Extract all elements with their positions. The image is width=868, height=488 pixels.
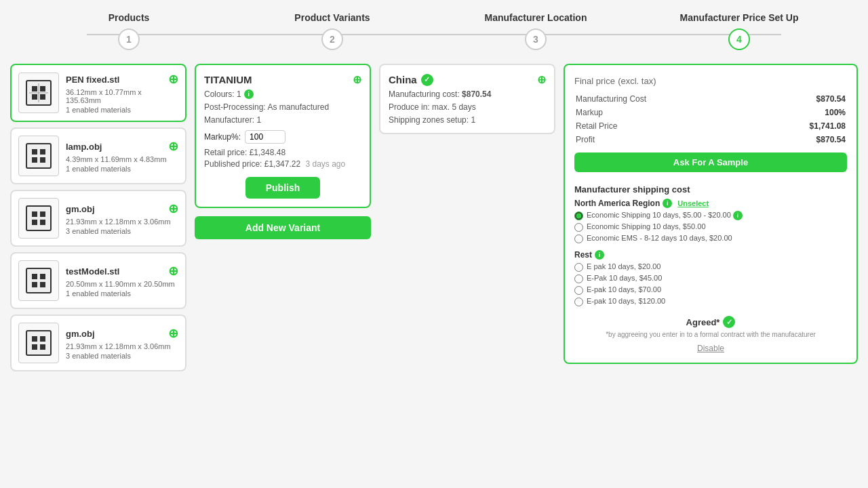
rest-radio-3[interactable]	[574, 298, 583, 306]
price-row-profit: Profit $870.54	[576, 134, 846, 146]
rest-region-title: Rest i	[574, 250, 847, 260]
ask-sample-button[interactable]: Ask For A Sample	[574, 152, 847, 172]
svg-rect-12	[26, 206, 51, 230]
product-materials-1: 1 enabled materials	[66, 165, 178, 173]
product-materials-4: 3 enabled materials	[66, 352, 178, 360]
add-variant-button[interactable]: Add New Variant	[195, 216, 371, 239]
manufacturer-column: China ✓ ⊕ Manufacturing cost: $870.54 Pr…	[379, 64, 555, 134]
rest-info-icon[interactable]: i	[595, 250, 604, 260]
colours-info-icon[interactable]: i	[244, 89, 254, 99]
svg-rect-18	[32, 274, 37, 279]
svg-rect-11	[40, 157, 45, 163]
step-3-label: Manufacturer Location	[485, 12, 587, 23]
product-nav-arrow-1[interactable]: ⊕	[168, 139, 178, 154]
manufacturer-card: China ✓ ⊕ Manufacturing cost: $870.54 Pr…	[379, 64, 555, 134]
na-shipping-2[interactable]: Economic EMS - 8-12 days 10 days, $20.00	[574, 234, 847, 243]
markup-row: Markup%:	[204, 130, 361, 144]
rest-radio-0[interactable]	[574, 263, 583, 272]
agreed-row: Agreed* ✓	[574, 316, 847, 328]
variant-colours-row: Colours: 1 i	[204, 89, 361, 99]
product-info-1: lamp.obj ⊕ 4.39mm x 11.69mm x 4.83mm 1 e…	[66, 139, 178, 173]
price-setup-card: Final price (excl. tax) Manufacturing Co…	[564, 64, 858, 364]
product-card-1[interactable]: lamp.obj ⊕ 4.39mm x 11.69mm x 4.83mm 1 e…	[10, 127, 186, 184]
product-info-0: PEN fixed.stl ⊕ 36.12mm x 10.77mm x 135.…	[66, 72, 178, 114]
rest-shipping-0[interactable]: E pak 10 days, $20.00	[574, 262, 847, 272]
svg-rect-1	[32, 86, 37, 92]
product-dims-0: 36.12mm x 10.77mm x 135.63mm	[66, 88, 178, 104]
product-nav-arrow-3[interactable]: ⊕	[168, 264, 178, 279]
product-materials-0: 1 enabled materials	[66, 106, 178, 114]
variant-card: TITANIUM ⊕ Colours: 1 i Post-Processing:…	[195, 64, 371, 208]
disable-link[interactable]: Disable	[574, 344, 847, 353]
step-2[interactable]: Product Variants 2	[231, 12, 434, 50]
price-setup-column: Final price (excl. tax) Manufacturing Co…	[564, 64, 858, 364]
svg-rect-26	[40, 344, 45, 350]
product-info-3: testModel.stl ⊕ 20.50mm x 11.90mm x 20.5…	[66, 264, 178, 298]
product-dims-2: 21.93mm x 12.18mm x 3.06mm	[66, 218, 178, 226]
svg-rect-14	[40, 211, 45, 217]
rest-shipping-2[interactable]: E-pak 10 days, $70.00	[574, 285, 847, 295]
product-info-4: gm.obj ⊕ 21.93mm x 12.18mm x 3.06mm 3 en…	[66, 326, 178, 360]
product-name-0: PEN fixed.stl ⊕	[66, 72, 178, 87]
manufacturer-nav-arrow[interactable]: ⊕	[537, 73, 546, 86]
variant-postprocessing-row: Post-Processing: As manufactured	[204, 102, 361, 112]
product-dims-1: 4.39mm x 11.69mm x 4.83mm	[66, 155, 178, 163]
na-shipping-1[interactable]: Economic Shipping 10 days, $50.00	[574, 222, 847, 232]
product-name-2: gm.obj ⊕	[66, 201, 178, 216]
step-1[interactable]: Products 1	[27, 12, 231, 50]
svg-rect-24	[40, 336, 45, 342]
product-card-0[interactable]: PEN fixed.stl ⊕ 36.12mm x 10.77mm x 135.…	[10, 64, 186, 122]
step-2-circle: 2	[321, 28, 343, 50]
agreed-check-icon: ✓	[723, 316, 735, 328]
na-radio-2[interactable]	[574, 235, 583, 243]
product-nav-arrow-4[interactable]: ⊕	[168, 326, 178, 341]
na-ship-0-info[interactable]: i	[733, 211, 743, 220]
rest-shipping-3[interactable]: E-pak 10 days, $120.00	[574, 297, 847, 306]
publish-button[interactable]: Publish	[245, 177, 321, 199]
product-icon-1	[18, 136, 59, 176]
svg-rect-9	[40, 149, 45, 155]
rest-shipping-1[interactable]: E-Pak 10 days, $45.00	[574, 274, 847, 283]
na-radio-1[interactable]	[574, 223, 583, 232]
svg-rect-19	[40, 274, 45, 279]
rest-radio-1[interactable]	[574, 274, 583, 283]
manufacturer-produce-row: Produce in: max. 5 days	[389, 102, 546, 112]
price-row-retail: Retail Price $1,741.08	[576, 120, 846, 132]
svg-rect-3	[32, 94, 37, 100]
manufacturer-check-icon: ✓	[421, 74, 433, 86]
markup-input[interactable]	[245, 130, 285, 144]
svg-rect-22	[26, 331, 51, 355]
na-region-info-icon[interactable]: i	[663, 199, 672, 208]
svg-rect-21	[40, 282, 45, 287]
svg-rect-16	[40, 220, 45, 225]
product-nav-arrow-2[interactable]: ⊕	[168, 201, 178, 216]
na-radio-0[interactable]	[574, 211, 583, 220]
product-card-4[interactable]: gm.obj ⊕ 21.93mm x 12.18mm x 3.06mm 3 en…	[10, 314, 186, 371]
step-1-circle: 1	[118, 28, 140, 50]
agreed-note: *by aggreeing you enter in to a formal c…	[574, 331, 847, 338]
stepper: Products 1 Product Variants 2 Manufactur…	[0, 0, 868, 57]
unselect-link[interactable]: Unselect	[677, 199, 709, 207]
product-icon-3	[18, 260, 59, 301]
svg-rect-2	[40, 86, 45, 92]
step-3[interactable]: Manufacturer Location 3	[434, 12, 637, 50]
svg-rect-13	[32, 211, 37, 217]
step-4[interactable]: Manufacturer Price Set Up 4	[637, 12, 841, 50]
product-name-1: lamp.obj ⊕	[66, 139, 178, 154]
product-card-3[interactable]: testModel.stl ⊕ 20.50mm x 11.90mm x 20.5…	[10, 252, 186, 309]
svg-rect-10	[32, 157, 37, 163]
product-card-2[interactable]: gm.obj ⊕ 21.93mm x 12.18mm x 3.06mm 3 en…	[10, 190, 186, 247]
variants-column: TITANIUM ⊕ Colours: 1 i Post-Processing:…	[195, 64, 371, 239]
variant-nav-arrow[interactable]: ⊕	[353, 73, 361, 86]
price-row-cost: Manufacturing Cost $870.54	[576, 93, 846, 105]
retail-price-row: Retail price: £1,348.48	[204, 148, 361, 157]
svg-rect-7	[26, 144, 51, 168]
svg-rect-8	[32, 149, 37, 155]
na-shipping-0[interactable]: Economic Shipping 10 days, $5.00 - $20.0…	[574, 211, 847, 220]
manufacturer-shipping-row: Shipping zones setup: 1	[389, 115, 546, 125]
rest-radio-2[interactable]	[574, 286, 583, 295]
product-icon-2	[18, 198, 59, 239]
manufacturer-cost-row: Manufacturing cost: $870.54	[389, 89, 546, 99]
product-nav-arrow-0[interactable]: ⊕	[168, 72, 178, 87]
price-table: Manufacturing Cost $870.54 Markup 100% R…	[574, 92, 847, 147]
